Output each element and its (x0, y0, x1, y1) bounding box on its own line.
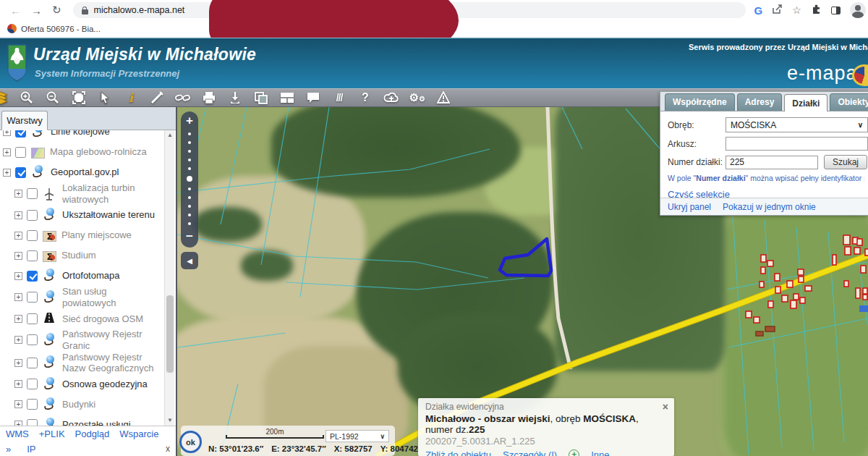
layer-checkbox[interactable] (27, 271, 38, 282)
footer-link-podgląd[interactable]: Podgląd (75, 428, 110, 439)
zoom-out-button[interactable]: − (186, 231, 193, 242)
extensions-icon[interactable] (811, 4, 822, 17)
footer-link-wsparcie[interactable]: Wsparcie (119, 428, 158, 439)
layer-label[interactable]: Budynki (62, 399, 95, 410)
popup-link[interactable]: Inne (591, 449, 609, 456)
layer-checkbox[interactable] (15, 130, 26, 138)
layer-checkbox[interactable] (27, 230, 38, 241)
zoom-in-icon[interactable] (18, 90, 35, 106)
zoom-level-dot[interactable] (188, 222, 191, 225)
cursor-icon[interactable] (96, 90, 114, 106)
zoom-level-dot[interactable] (188, 159, 191, 161)
expand-icon[interactable]: + (14, 293, 22, 301)
layer-label[interactable]: Ukształtowanie terenu (62, 209, 155, 221)
expand-icon[interactable]: + (14, 232, 22, 240)
expand-icon[interactable]: + (14, 380, 22, 388)
extent-icon[interactable] (70, 90, 88, 106)
side-panel-icon[interactable] (831, 7, 841, 14)
reload-icon[interactable]: ↻ (52, 4, 61, 17)
layer-label[interactable]: Linie kolejowe (51, 130, 110, 138)
gears-icon[interactable]: ⚙⚙ (409, 90, 426, 106)
comment-icon[interactable] (305, 90, 322, 106)
hide-panel-link[interactable]: Ukryj panel (668, 202, 711, 212)
obreb-select[interactable]: MOŚCISKA ∨ (726, 117, 868, 132)
footer-link-plik[interactable]: +PLIK (39, 428, 65, 439)
layer-checkbox[interactable] (27, 313, 38, 324)
sidebar-scrollbar[interactable]: ▲ ▼ (164, 130, 174, 426)
parallel-lines-icon[interactable]: /// (331, 90, 348, 106)
zoom-out-icon[interactable] (44, 90, 61, 106)
zoom-level-dot[interactable] (188, 150, 191, 153)
expand-icon[interactable]: + (14, 359, 22, 367)
layer-label[interactable]: Stan usług powiatowych (62, 286, 161, 308)
layer-checkbox[interactable] (27, 334, 38, 345)
zoom-in-button[interactable]: + (186, 115, 193, 127)
zoom-level-dot[interactable] (188, 196, 191, 199)
link-icon[interactable] (174, 90, 192, 106)
back-icon[interactable]: ← (10, 4, 21, 17)
layer-checkbox[interactable] (27, 250, 38, 261)
panels-icon[interactable] (278, 90, 296, 106)
expand-icon[interactable]: + (14, 315, 22, 323)
expand-icon[interactable]: + (3, 169, 11, 177)
expand-icon[interactable]: + (14, 400, 22, 408)
info-icon[interactable]: i (122, 90, 140, 106)
layer-label[interactable]: Sieć drogowa OSM (62, 313, 143, 325)
expand-icon[interactable]: + (14, 336, 22, 344)
layer-checkbox[interactable] (27, 399, 38, 410)
forward-icon[interactable]: → (31, 4, 42, 17)
layer-label[interactable]: Państwowy Rejestr Nazw Geograficznych (62, 352, 161, 374)
popup-link[interactable]: Zbliż do obiektu (425, 449, 491, 456)
help-icon[interactable]: ? (357, 90, 374, 106)
selected-parcel-outline[interactable] (500, 239, 551, 276)
cloud-plus-icon[interactable] (383, 90, 400, 106)
tab-współrzędne[interactable]: Współrzędne (665, 93, 735, 111)
layer-label[interactable]: Mapa glebowo-rolnicza (50, 146, 147, 158)
layer-checkbox[interactable] (15, 167, 26, 178)
profile-avatar[interactable] (850, 2, 866, 18)
tab-warstwy[interactable]: Warstwy (1, 111, 48, 130)
zoom-level-dot[interactable] (188, 187, 191, 190)
numer-dzialki-input[interactable] (726, 156, 818, 169)
ok-button[interactable]: ok (179, 431, 202, 453)
tab-adresy[interactable]: Adresy (737, 93, 783, 111)
zoom-level-dot[interactable] (188, 214, 191, 216)
layer-checkbox[interactable] (27, 379, 38, 389)
expand-icon[interactable]: + (14, 272, 22, 280)
layer-label[interactable]: Plany miejscowe (61, 229, 132, 241)
layer-checkbox[interactable] (27, 210, 38, 221)
crs-select[interactable]: PL-1992 ∨ (326, 430, 389, 442)
layer-label[interactable]: Lokalizacja turbin wiatrowych (62, 182, 161, 205)
layer-checkbox[interactable] (27, 188, 38, 199)
expand-icon[interactable]: + (14, 252, 22, 260)
single-window-link[interactable]: Pokazuj w jednym oknie (723, 202, 816, 212)
close-icon[interactable]: × (663, 401, 668, 413)
layer-label[interactable]: Państwowy Rejestr Granic (62, 329, 161, 351)
scroll-up-icon[interactable]: ▲ (165, 130, 175, 140)
share-icon[interactable] (772, 4, 783, 17)
expand-more-link[interactable]: » (6, 444, 11, 455)
expand-icon[interactable]: + (3, 130, 11, 136)
circle-plus-icon[interactable]: + (569, 449, 579, 456)
warning-icon[interactable] (435, 90, 452, 106)
bookmark-item[interactable]: Oferta 506976 - Bia... (7, 24, 101, 33)
zoom-level-track[interactable] (187, 132, 192, 225)
expand-icon[interactable]: + (14, 211, 22, 219)
zoom-level-dot[interactable] (188, 167, 191, 170)
google-icon[interactable]: G (754, 4, 763, 17)
expand-icon[interactable]: + (3, 148, 11, 156)
scroll-thumb[interactable] (166, 295, 174, 372)
layer-checkbox[interactable] (27, 358, 38, 368)
close-sidebar-icon[interactable]: x (166, 444, 170, 454)
layer-label[interactable]: Pozostałe usługi (62, 419, 131, 426)
measure-icon[interactable] (148, 90, 166, 106)
bookmark-label[interactable]: Oferta 506976 - Bia... (21, 25, 101, 33)
expand-icon[interactable]: + (14, 421, 22, 426)
zoom-level-dot[interactable] (188, 132, 191, 135)
zoom-level-dot[interactable] (188, 205, 191, 208)
zoom-level-dot[interactable] (187, 176, 192, 182)
layer-checkbox[interactable] (27, 292, 38, 303)
tab-działki[interactable]: Działki (784, 94, 827, 111)
expand-icon[interactable]: + (14, 190, 22, 198)
layer-checkbox[interactable] (27, 419, 38, 426)
